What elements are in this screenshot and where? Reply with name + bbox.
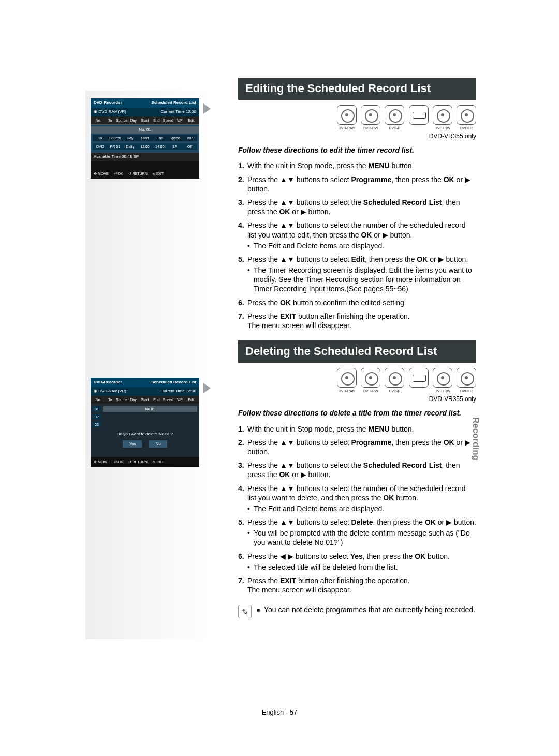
step-item: With the unit in Stop mode, press the ME… [238, 424, 476, 434]
osd-rownum: 02 [93, 414, 101, 420]
osd-col: Speed [163, 397, 174, 402]
step-text: or ▶ button. [428, 255, 468, 263]
osd-eval: DVD [93, 143, 108, 150]
step-text: , then press the [391, 175, 443, 184]
osd-eval: Off [182, 143, 197, 150]
osd-screenshot-edit: DVD-Recorder Scheduled Record List ◉ DVD… [91, 98, 199, 179]
step-bold: EXIT [280, 312, 296, 320]
osd-col: To [104, 397, 115, 402]
osd-col: Speed [163, 118, 174, 123]
step-text: button. [390, 425, 414, 433]
step-text: button. [394, 494, 418, 502]
lead-text-delete: Follow these directions to delete a titl… [238, 408, 476, 418]
step-sub: The Timer Recording screen is displayed.… [247, 265, 476, 294]
disc-icon: DVD+RW [433, 368, 452, 388]
step-text: button to confirm the edited setting. [291, 299, 406, 307]
step-bold: OK [425, 518, 436, 526]
osd-available-time: Available Time 00:48 SP [91, 153, 199, 161]
step-item: Press the EXIT button after finishing th… [238, 312, 476, 330]
step-bold: MENU [368, 161, 389, 170]
disc-label: DVD+R [460, 389, 473, 393]
step-bold: Edit [351, 255, 364, 263]
heading-editing: Editing the Scheduled Record List [238, 78, 476, 100]
step-text: Press the ▲▼ buttons to select [247, 518, 351, 526]
osd-exit: EXIT [156, 172, 164, 175]
osd-device: DVD-Recorder [94, 100, 122, 106]
disc-icon: DVD+R [457, 368, 476, 388]
osd-columns: No. To Source Day Start End Speed V/P Ed… [91, 396, 199, 404]
disc-label: DVD+RW [435, 389, 450, 393]
osd-ehead: Source [108, 135, 123, 141]
note-text: You can not delete programmes that are c… [257, 605, 475, 618]
cassette-icon [409, 105, 429, 125]
step-item: Press the ▲▼ buttons to select the Sched… [238, 198, 476, 216]
osd-time-value: 12:00 [186, 109, 196, 114]
osd-row-label: No.01 [103, 406, 197, 412]
step-bold: OK [279, 207, 290, 216]
step-text: With the unit in Stop mode, press the [247, 425, 368, 433]
osd-col: No. [93, 397, 104, 402]
step-bold: OK [383, 494, 394, 502]
left-column: DVD-Recorder Scheduled Record List ◉ DVD… [85, 91, 212, 639]
step-item: Press the ▲▼ buttons to select the numbe… [238, 220, 476, 250]
osd-eval: SP [167, 143, 182, 150]
step-sub: The Edit and Delete items are displayed. [247, 241, 476, 250]
step-text: Press the ▲▼ buttons to select [247, 175, 351, 184]
osd-list-title: Scheduled Record List [151, 380, 196, 385]
disc-label: DVD+R [460, 126, 473, 130]
osd-time-label: Current Time [161, 389, 185, 393]
disc-icon: DVD-RAM [337, 105, 357, 125]
step-text: Press the ▲▼ buttons to select the numbe… [247, 484, 466, 502]
osd-rownum: 01 [93, 406, 101, 412]
osd-ehead: Day [123, 135, 138, 141]
step-sub: The Edit and Delete items are displayed. [247, 504, 476, 513]
osd-col: Day [127, 118, 139, 123]
osd-eval: Daily [123, 143, 138, 150]
osd-col: Day [127, 397, 139, 402]
step-bold: OK [417, 255, 428, 263]
disc-label: DVD+RW [435, 126, 450, 130]
step-item: Press the ▲▼ buttons to select Programme… [238, 438, 476, 456]
step-text: or ▶ button. [290, 470, 330, 479]
page-number: English - 57 [0, 708, 559, 717]
osd-columns: No. To Source Day Start End Speed V/P Ed… [91, 116, 199, 125]
step-text: button after finishing the operation. [296, 576, 409, 585]
step-sub: You will be prompted with the delete con… [247, 528, 476, 547]
osd-col: Source [116, 118, 127, 123]
osd-ehead: End [152, 135, 167, 141]
osd-return: RETURN [133, 172, 148, 175]
step-bold: OK [415, 552, 425, 560]
osd-confirm-text: Do you want to delete 'No.01'? [91, 428, 199, 440]
disc-icon: DVD-R [385, 105, 404, 125]
step-text: or ▶ button. [372, 231, 412, 239]
disc-icon: DVD-RW [361, 368, 380, 388]
step-bold: MENU [368, 425, 389, 433]
step-text: button. [425, 552, 450, 560]
step-text: Press the [247, 576, 280, 585]
model-note: DVD-VR355 only [238, 132, 476, 141]
step-text: or ▶ button. [436, 518, 476, 526]
disc-icon: DVD-RW [361, 105, 380, 125]
osd-device: DVD-Recorder [94, 380, 122, 385]
step-item: Press the OK button to confirm the edite… [238, 298, 476, 307]
osd-col: No. [93, 118, 104, 123]
osd-row-label: No. 01 [91, 126, 199, 134]
heading-deleting: Deleting the Scheduled Record List [238, 340, 476, 363]
osd-col: Start [139, 118, 151, 123]
step-item: Press the ◀ ▶ buttons to select Yes, the… [238, 552, 476, 572]
osd-footer: ✥ MOVE ⏎ OK ↺ RETURN ⎋ EXIT [91, 169, 199, 179]
steps-deleting: With the unit in Stop mode, press the ME… [238, 424, 476, 595]
osd-col: Edit [186, 397, 197, 402]
osd-list-title: Scheduled Record List [151, 100, 196, 106]
osd-eval: PR 01 [108, 143, 123, 150]
step-item: Press the ▲▼ buttons to select the numbe… [238, 484, 476, 514]
step-bold: Scheduled Record List [363, 461, 442, 469]
step-text: , then press the [391, 438, 443, 447]
osd-yes-button: Yes [123, 440, 142, 448]
disc-label: DVD-R [389, 126, 400, 130]
note-block: ✎ You can not delete programmes that are… [238, 605, 476, 618]
step-bold: Programme [351, 175, 391, 184]
disc-label: DVD-RAM [339, 389, 356, 393]
osd-col: Edit [186, 118, 197, 123]
triangle-pointer-icon [203, 383, 211, 393]
